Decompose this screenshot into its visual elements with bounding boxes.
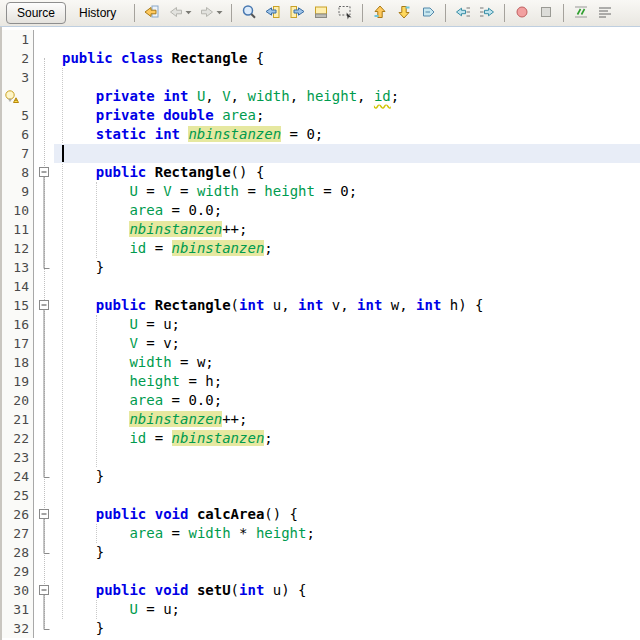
fold-collapse-box[interactable] <box>34 505 54 524</box>
code-text[interactable]: static int nbinstanzen = 0; <box>54 125 640 144</box>
fold-collapse-box[interactable] <box>34 581 54 600</box>
code-line: 28 } <box>2 543 640 562</box>
line-number[interactable]: 26 <box>2 505 34 524</box>
code-text[interactable]: U = V = width = height = 0; <box>54 182 640 201</box>
code-line: 15 public Rectangle(int u, int v, int w,… <box>2 296 640 315</box>
code-text[interactable] <box>54 277 640 296</box>
line-number[interactable]: 32 <box>2 619 34 638</box>
code-text[interactable]: } <box>54 619 640 638</box>
code-text[interactable] <box>54 448 640 467</box>
toggle-rectangular-selection-button[interactable] <box>334 2 356 24</box>
code-text[interactable]: U = u; <box>54 600 640 619</box>
back-button[interactable] <box>165 2 194 24</box>
previous-bookmark-button[interactable] <box>369 2 391 24</box>
code-text[interactable]: private int U, V, width, height, id; <box>54 87 640 106</box>
line-number[interactable]: 28 <box>2 543 34 562</box>
line-number[interactable]: 2 <box>2 49 34 68</box>
code-text[interactable] <box>54 68 640 87</box>
code-text[interactable]: width = w; <box>54 353 640 372</box>
code-token: height <box>264 183 315 199</box>
line-number[interactable]: 13 <box>2 258 34 277</box>
shift-line-left-button[interactable] <box>452 2 474 24</box>
find-previous-button[interactable] <box>262 2 284 24</box>
code-text[interactable]: public class Rectangle { <box>54 49 640 68</box>
code-line: 8 public Rectangle() { <box>2 163 640 182</box>
code-text[interactable] <box>54 144 640 163</box>
line-number[interactable]: 11 <box>2 220 34 239</box>
line-number[interactable]: 23 <box>2 448 34 467</box>
code-text[interactable]: V = v; <box>54 334 640 353</box>
tab-source[interactable]: Source <box>6 2 66 24</box>
code-text[interactable]: U = u; <box>54 315 640 334</box>
line-number[interactable]: 5 <box>2 106 34 125</box>
code-text[interactable]: height = h; <box>54 372 640 391</box>
code-token: , <box>205 88 222 104</box>
fold-collapse-box[interactable] <box>34 163 54 182</box>
code-text[interactable] <box>54 486 640 505</box>
tab-history[interactable]: History <box>68 2 127 24</box>
code-token: = <box>146 430 171 446</box>
start-macro-recording-button[interactable] <box>511 2 533 24</box>
code-text[interactable]: area = 0.0; <box>54 201 640 220</box>
fold-collapse-box[interactable] <box>34 296 54 315</box>
line-number[interactable]: 31 <box>2 600 34 619</box>
line-number[interactable]: 3 <box>2 68 34 87</box>
line-number[interactable]: 25 <box>2 486 34 505</box>
code-text[interactable]: } <box>54 258 640 277</box>
line-number[interactable]: 15 <box>2 296 34 315</box>
line-number[interactable]: 17 <box>2 334 34 353</box>
code-text[interactable] <box>54 562 640 581</box>
code-token: int <box>298 297 323 313</box>
toggle-highlight-search-icon <box>312 3 330 24</box>
toggle-bookmark-button[interactable] <box>417 2 439 24</box>
code-line: 27 area = width * height; <box>2 524 640 543</box>
code-text[interactable]: id = nbinstanzen; <box>54 239 640 258</box>
find-button[interactable] <box>238 2 260 24</box>
line-number[interactable]: 19 <box>2 372 34 391</box>
line-number[interactable]: 10 <box>2 201 34 220</box>
code-token: = <box>138 183 163 199</box>
code-text[interactable]: nbinstanzen++; <box>54 410 640 429</box>
line-number[interactable]: 29 <box>2 562 34 581</box>
line-number[interactable]: 24 <box>2 467 34 486</box>
line-number[interactable]: 22 <box>2 429 34 448</box>
line-number[interactable]: 7 <box>2 144 34 163</box>
line-number[interactable]: 12 <box>2 239 34 258</box>
code-text[interactable]: public void setU(int u) { <box>54 581 640 600</box>
line-number[interactable]: 14 <box>2 277 34 296</box>
code-text[interactable]: } <box>54 543 640 562</box>
line-number[interactable]: 16 <box>2 315 34 334</box>
comment-button[interactable] <box>570 2 592 24</box>
find-previous-icon <box>264 3 282 24</box>
code-text[interactable]: public void calcArea() { <box>54 505 640 524</box>
stop-macro-recording-button[interactable] <box>535 2 557 24</box>
code-text[interactable]: } <box>54 467 640 486</box>
uncomment-button[interactable] <box>594 2 616 24</box>
code-text[interactable]: nbinstanzen++; <box>54 220 640 239</box>
line-number[interactable]: 20 <box>2 391 34 410</box>
line-number[interactable]: 8 <box>2 163 34 182</box>
code-token <box>62 221 129 237</box>
line-number[interactable]: 18 <box>2 353 34 372</box>
line-number[interactable]: 21 <box>2 410 34 429</box>
line-number[interactable]: 9 <box>2 182 34 201</box>
code-text[interactable]: area = 0.0; <box>54 391 640 410</box>
code-token: setU <box>197 582 231 598</box>
last-edit-location-button[interactable] <box>141 2 163 24</box>
forward-button[interactable] <box>196 2 225 24</box>
code-text[interactable]: public Rectangle(int u, int v, int w, in… <box>54 296 640 315</box>
hint-bulb-icon[interactable] <box>2 87 34 106</box>
code-text[interactable]: area = width * height; <box>54 524 640 543</box>
toggle-highlight-search-button[interactable] <box>310 2 332 24</box>
line-number[interactable]: 27 <box>2 524 34 543</box>
line-number[interactable]: 30 <box>2 581 34 600</box>
code-text[interactable]: private double area; <box>54 106 640 125</box>
line-number[interactable]: 6 <box>2 125 34 144</box>
find-next-button[interactable] <box>286 2 308 24</box>
code-text[interactable]: id = nbinstanzen; <box>54 429 640 448</box>
next-bookmark-button[interactable] <box>393 2 415 24</box>
code-text[interactable]: public Rectangle() { <box>54 163 640 182</box>
shift-line-right-button[interactable] <box>476 2 498 24</box>
code-text[interactable] <box>54 30 640 49</box>
line-number[interactable]: 1 <box>2 30 34 49</box>
